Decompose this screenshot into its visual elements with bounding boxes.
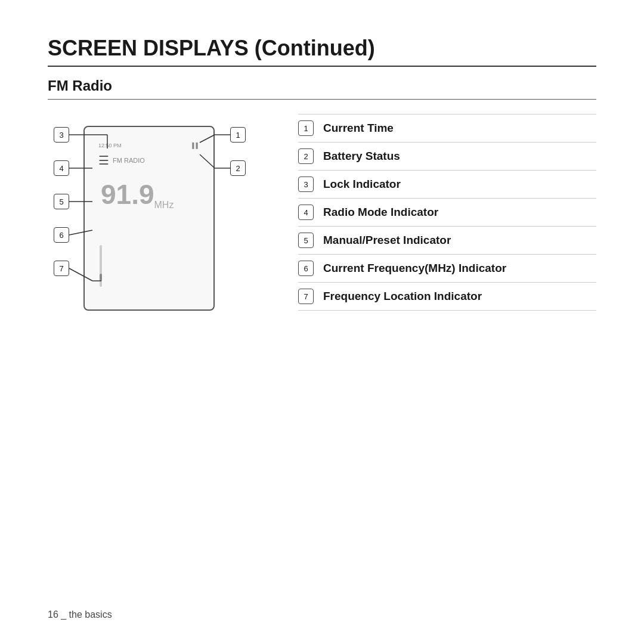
content-area: 3 4 5 6 7 1 2 12:50 PM ▌▌ ☰ F (48, 114, 596, 329)
callout-7: 7 (54, 261, 69, 276)
phone-battery: ▌▌ (192, 143, 200, 148)
label-num-6: 6 (298, 261, 314, 276)
callout-3: 3 (54, 127, 69, 143)
label-text-6: Current Frequency(MHz) Indicator (323, 262, 506, 275)
callout-6: 6 (54, 227, 69, 243)
callout-1: 1 (230, 127, 246, 143)
label-row: 6Current Frequency(MHz) Indicator (298, 255, 596, 283)
labels-table: 1Current Time2Battery Status3Lock Indica… (298, 114, 596, 311)
label-num-4: 4 (298, 205, 314, 220)
title-divider (48, 66, 596, 67)
phone-status-bar: 12:50 PM ▌▌ (98, 143, 200, 148)
callout-5: 5 (54, 194, 69, 209)
location-bar (100, 245, 102, 287)
label-text-5: Manual/Preset Indicator (323, 234, 451, 247)
callout-2: 2 (230, 160, 246, 176)
label-text-2: Battery Status (323, 150, 400, 163)
label-row: 1Current Time (298, 114, 596, 143)
label-text-1: Current Time (323, 122, 394, 135)
radio-label: FM RADIO (113, 157, 145, 164)
radio-mode-icon: ☰ (98, 153, 109, 168)
label-num-1: 1 (298, 120, 314, 136)
label-num-2: 2 (298, 148, 314, 164)
phone-time: 12:50 PM (98, 143, 122, 148)
phone-mockup: 12:50 PM ▌▌ ☰ FM RADIO 91.9MHz (83, 126, 215, 311)
label-num-5: 5 (298, 233, 314, 248)
label-num-7: 7 (298, 289, 314, 304)
main-title: SCREEN DISPLAYS (Continued) (48, 36, 596, 61)
label-row: 2Battery Status (298, 143, 596, 171)
label-row: 3Lock Indicator (298, 171, 596, 199)
page-footer: 16 _ the basics (48, 609, 112, 620)
phone-screen: 12:50 PM ▌▌ ☰ FM RADIO 91.9MHz (92, 138, 206, 299)
frequency-value: 91.9 (101, 179, 154, 210)
label-row: 4Radio Mode Indicator (298, 199, 596, 227)
page-container: SCREEN DISPLAYS (Continued) FM Radio 3 4… (0, 0, 644, 352)
label-text-7: Frequency Location Indicator (323, 290, 482, 303)
label-num-3: 3 (298, 177, 314, 192)
label-text-4: Radio Mode Indicator (323, 206, 438, 219)
frequency-display: 91.9MHz (101, 178, 200, 210)
section-divider (48, 99, 596, 100)
label-text-3: Lock Indicator (323, 178, 401, 191)
callout-4: 4 (54, 160, 69, 176)
frequency-unit: MHz (154, 200, 174, 210)
label-row: 5Manual/Preset Indicator (298, 227, 596, 255)
device-diagram: 3 4 5 6 7 1 2 12:50 PM ▌▌ ☰ F (48, 114, 274, 329)
section-title: FM Radio (48, 78, 596, 94)
label-row: 7Frequency Location Indicator (298, 283, 596, 311)
